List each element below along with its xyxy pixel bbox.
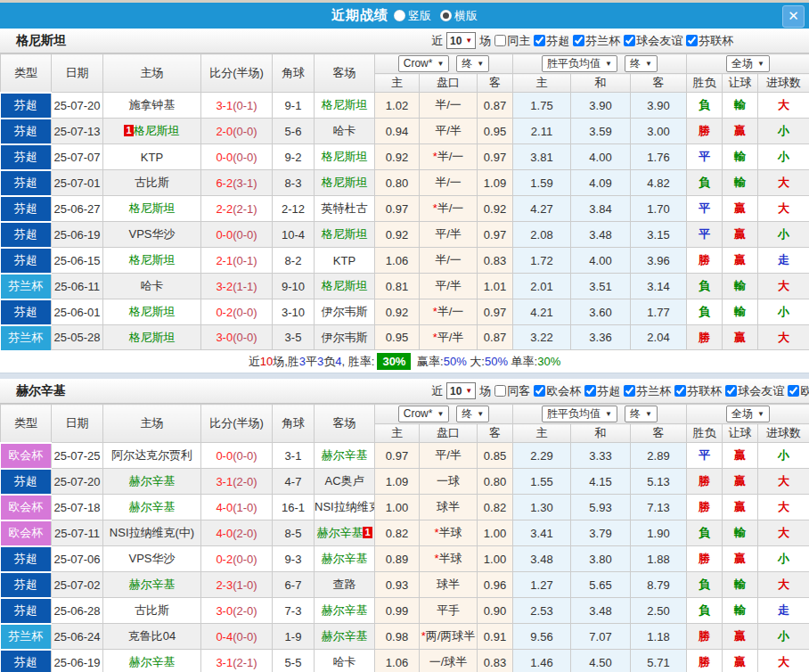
league-filter[interactable]: 芬兰杯 <box>624 383 671 399</box>
odds-stage-dropdown[interactable]: 终▼ <box>456 406 489 422</box>
league-filter[interactable]: 芬超 <box>584 383 620 399</box>
chevron-down-icon: ▼ <box>477 407 484 421</box>
halftime-score: (1-0) <box>233 578 257 592</box>
league-filter-label: 球会友谊 <box>738 383 784 399</box>
sub-col-header: 胜负 <box>687 74 723 93</box>
home-odds-cell: 0.97 <box>375 443 420 469</box>
handicap-cell: *半/一 <box>420 144 478 170</box>
league-badge: 芬超 <box>1 599 52 623</box>
league-filter-checkbox[interactable] <box>788 385 799 397</box>
date-cell: 25-06-27 <box>52 196 103 222</box>
league-badge: 欧会杯 <box>1 496 52 520</box>
table-row: 欧会杯25-07-11NSI拉纳维克(中)4-0(2-0)8-5赫尔辛基10.8… <box>1 520 809 546</box>
fulltime-score: 0-0 <box>216 449 233 463</box>
league-filter-checkbox[interactable] <box>573 35 584 46</box>
handicap-cell: 球半 <box>420 572 478 598</box>
away-team-cell: 哈卡 <box>315 119 375 144</box>
league-filter-checkbox[interactable] <box>534 35 545 46</box>
league-filter[interactable]: 欧冠杯 <box>788 383 809 399</box>
league-badge-cell: 欧会杯 <box>1 520 52 546</box>
odds-group-header: Crow*▼终▼ <box>375 405 513 424</box>
match-count-value: 10 <box>450 385 462 397</box>
league-filter-checkbox[interactable] <box>674 385 686 397</box>
same-venue-filter[interactable]: 同客 <box>494 383 530 399</box>
same-venue-checkbox[interactable] <box>494 385 506 397</box>
league-filter-checkbox[interactable] <box>584 385 596 397</box>
league-filter[interactable]: 球会友谊 <box>624 33 682 49</box>
sub-col-header: 客 <box>631 424 687 443</box>
league-badge: 芬超 <box>1 94 52 118</box>
col-header: 日期 <box>52 405 103 443</box>
handicap-cell: 平/半 <box>420 222 478 248</box>
corner-cell: 3-10 <box>273 299 315 325</box>
odds-group-header: Crow*▼终▼ <box>375 54 513 74</box>
away-odds-cell: 0.85 <box>478 443 513 469</box>
same-venue-label: 同主 <box>507 33 530 49</box>
league-filter[interactable]: 芬联杯 <box>674 383 722 399</box>
match-count-select[interactable]: 10▼ <box>446 382 476 399</box>
fulltime-score: 0-2 <box>216 306 233 319</box>
away-team-cell: 英特杜古 <box>315 196 375 222</box>
date-cell: 25-07-07 <box>52 144 103 170</box>
same-venue-checkbox[interactable] <box>494 35 506 46</box>
avg-away-cell: 3.90 <box>631 93 687 119</box>
league-filter-checkbox[interactable] <box>624 385 635 397</box>
away-team-cell: 赫尔辛基 <box>315 598 375 624</box>
avg-draw-cell: 3.51 <box>571 274 631 299</box>
avg-away-cell: 3.00 <box>631 119 687 144</box>
league-filter-checkbox[interactable] <box>686 35 698 46</box>
league-filter[interactable]: 芬兰杯 <box>573 33 620 49</box>
league-badge-cell: 芬兰杯 <box>1 274 52 299</box>
fulltime-score: 0-2 <box>216 553 233 566</box>
league-filter[interactable]: 芬超 <box>534 33 569 49</box>
league-filter-checkbox[interactable] <box>534 385 545 397</box>
home-team-cell: NSI拉纳维克(中) <box>103 520 201 546</box>
league-filter-checkbox[interactable] <box>624 35 635 46</box>
home-odds-cell: 0.97 <box>375 196 420 222</box>
same-venue-filter[interactable]: 同主 <box>494 33 530 49</box>
match-count-select[interactable]: 10▼ <box>446 32 476 49</box>
col-header: 类型 <box>1 54 52 93</box>
corner-cell: 6-7 <box>273 572 315 598</box>
avg-away-cell: 1.88 <box>631 546 687 572</box>
scope-dropdown[interactable]: 全场▼ <box>726 55 770 72</box>
away-team-cell: 赫尔辛基 <box>315 546 375 572</box>
league-filter[interactable]: 球会友谊 <box>725 383 784 399</box>
league-filter[interactable]: 芬联杯 <box>686 33 733 49</box>
avg-draw-cell: 4.15 <box>571 469 631 495</box>
layout-radio-group: 竖版横版 <box>394 8 478 24</box>
league-filter-checkbox[interactable] <box>725 385 737 397</box>
avg-home-cell: 1.27 <box>513 572 571 598</box>
odds-stage-dropdown[interactable]: 终▼ <box>456 55 489 72</box>
chevron-down-icon: ▼ <box>465 37 472 45</box>
league-badge: 芬超 <box>1 145 52 169</box>
handicap-result-cell: 輸 <box>723 520 758 546</box>
result-cell: 勝 <box>687 650 723 672</box>
layout-radio-horizontal[interactable]: 横版 <box>440 8 478 24</box>
away-team-cell: 格尼斯坦 <box>315 222 375 248</box>
league-filter-label: 芬兰杯 <box>585 33 620 49</box>
avg-home-cell: 2.53 <box>513 598 571 624</box>
scope-dropdown[interactable]: 全场▼ <box>726 406 770 422</box>
table-row: 芬超25-07-02赫尔辛基2-3(1-0)6-7查路0.93球半0.961.2… <box>1 572 809 598</box>
avg-stage-dropdown[interactable]: 终▼ <box>625 55 658 72</box>
avg-type-dropdown[interactable]: 胜平负均值▼ <box>542 406 617 422</box>
bookmaker-dropdown[interactable]: Crow*▼ <box>398 406 450 422</box>
col-header: 比分(半场) <box>201 54 273 93</box>
handicap-result-cell: 輸 <box>723 572 758 598</box>
layout-radio-vertical[interactable]: 竖版 <box>394 8 431 24</box>
avg-draw-cell: 3.90 <box>571 93 631 119</box>
home-odds-cell: 0.92 <box>375 222 420 248</box>
handicap-star: * <box>434 526 438 539</box>
chevron-down-icon: ▼ <box>437 407 444 421</box>
league-filter[interactable]: 欧会杯 <box>534 383 581 399</box>
avg-type-dropdown[interactable]: 胜平负均值▼ <box>542 55 617 72</box>
bookmaker-dropdown[interactable]: Crow*▼ <box>398 55 450 72</box>
chevron-down-icon: ▼ <box>645 57 652 70</box>
avg-stage-dropdown[interactable]: 终▼ <box>625 406 658 422</box>
close-button[interactable]: ✕ <box>782 5 805 28</box>
home-team-cell: 格尼斯坦 <box>103 248 201 274</box>
score-cell: 0-0(0-0) <box>201 222 273 248</box>
summary-segment: 单率: <box>508 355 537 368</box>
fulltime-score: 3-2 <box>216 280 233 293</box>
